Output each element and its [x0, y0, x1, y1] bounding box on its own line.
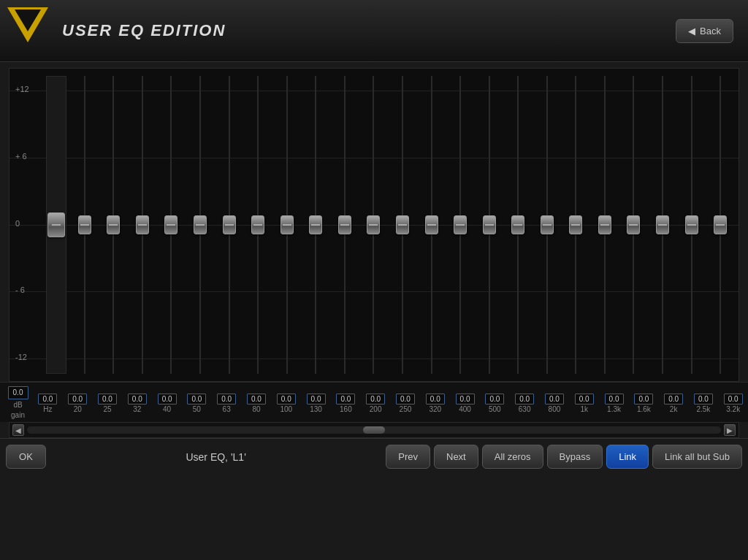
band-value-input[interactable]: 0.0	[98, 394, 117, 404]
band-slider-80hz[interactable]	[243, 69, 272, 381]
slider-thumb[interactable]	[569, 215, 582, 234]
band-value-input[interactable]: 0.0	[634, 394, 653, 404]
slider-thumb[interactable]	[396, 215, 409, 234]
band-value-input[interactable]: 0.0	[664, 394, 683, 404]
band-value-250: 0.0 250	[391, 394, 421, 413]
band-value-input[interactable]: 0.0	[277, 394, 296, 404]
logo	[7, 7, 44, 44]
gain-value[interactable]: 0.0	[8, 386, 28, 399]
prev-button[interactable]: Prev	[386, 445, 430, 469]
band-value-input[interactable]: 0.0	[366, 394, 385, 404]
band-slider-3p2k[interactable]	[706, 69, 735, 381]
slider-thumb[interactable]	[685, 215, 698, 234]
slider-thumb[interactable]	[309, 215, 322, 234]
band-slider-40hz[interactable]	[157, 69, 186, 381]
slider-thumb[interactable]	[338, 215, 351, 234]
band-value-input[interactable]: 0.0	[575, 394, 594, 404]
band-value-2k: 0.0 2k	[659, 394, 689, 413]
band-value-input[interactable]: 0.0	[515, 394, 534, 404]
band-slider-32hz[interactable]	[128, 69, 157, 381]
button-group: Prev Next All zeros Bypass Link Link all…	[386, 445, 742, 469]
band-value-500: 0.0 500	[480, 394, 510, 413]
band-slider-1k[interactable]	[562, 69, 591, 381]
band-value-40: 0.0 40	[152, 394, 182, 413]
slider-thumb[interactable]	[136, 215, 149, 234]
band-value-input[interactable]: 0.0	[307, 394, 326, 404]
slider-thumb[interactable]	[627, 215, 640, 234]
band-value-input[interactable]: 0.0	[724, 394, 743, 404]
band-value-32: 0.0 32	[122, 394, 152, 413]
band-slider-320hz[interactable]	[417, 69, 446, 381]
header: USER EQ EDITION ◀ Back	[0, 0, 748, 62]
slider-thumb[interactable]	[78, 215, 91, 234]
slider-thumb[interactable]	[194, 215, 207, 234]
band-slider-630hz[interactable]	[503, 69, 533, 381]
slider-thumb[interactable]	[425, 215, 438, 234]
eq-label-plus6: + 6	[15, 152, 27, 161]
band-value-input[interactable]: 0.0	[187, 394, 206, 404]
band-slider-2p5k[interactable]	[677, 69, 706, 381]
band-value-1k: 0.0 1k	[569, 394, 599, 413]
band-slider-1p6k[interactable]	[619, 69, 649, 381]
band-value-input[interactable]: 0.0	[396, 394, 415, 404]
band-value-input[interactable]: 0.0	[128, 394, 147, 404]
slider-thumb[interactable]	[367, 215, 380, 234]
eq-label-zero: 0	[15, 219, 20, 228]
band-slider-50hz[interactable]	[186, 69, 215, 381]
band-value-input[interactable]: 0.0	[68, 394, 87, 404]
next-button[interactable]: Next	[434, 445, 478, 469]
ok-button[interactable]: OK	[6, 445, 46, 469]
band-value-input[interactable]: 0.0	[485, 394, 504, 404]
slider-thumb[interactable]	[656, 215, 669, 234]
band-slider-200hz[interactable]	[359, 69, 389, 381]
slider-thumb[interactable]	[223, 215, 236, 234]
band-slider-63hz[interactable]	[215, 69, 244, 381]
bypass-button[interactable]: Bypass	[547, 445, 603, 469]
band-value-input[interactable]: 0.0	[217, 394, 236, 404]
band-slider-800hz[interactable]	[533, 69, 562, 381]
scroll-left-button[interactable]: ◀	[12, 424, 24, 436]
slider-thumb[interactable]	[483, 215, 496, 234]
all-zeros-button[interactable]: All zeros	[482, 445, 543, 469]
gain-slider-thumb[interactable]	[47, 212, 65, 237]
band-value-input[interactable]: 0.0	[38, 394, 57, 404]
band-slider-20hz[interactable]	[70, 69, 99, 381]
band-slider-25hz[interactable]	[99, 69, 129, 381]
scroll-track[interactable]	[27, 426, 721, 434]
band-value-input[interactable]: 0.0	[336, 394, 355, 404]
back-button[interactable]: ◀ Back	[676, 19, 733, 43]
gain-slider[interactable]	[42, 69, 70, 381]
scrollbar[interactable]: ◀ ▶	[9, 422, 739, 438]
band-value-63: 0.0 63	[212, 394, 242, 413]
slider-thumb[interactable]	[107, 215, 120, 234]
band-value-input[interactable]: 0.0	[158, 394, 177, 404]
link-button[interactable]: Link	[606, 445, 649, 469]
band-value-input[interactable]: 0.0	[247, 394, 266, 404]
band-slider-250hz[interactable]	[388, 69, 417, 381]
slider-thumb[interactable]	[541, 215, 554, 234]
slider-thumb[interactable]	[251, 215, 264, 234]
band-slider-400hz[interactable]	[446, 69, 475, 381]
band-slider-160hz[interactable]	[330, 69, 359, 381]
band-value-input[interactable]: 0.0	[426, 394, 445, 404]
slider-thumb[interactable]	[164, 215, 178, 234]
band-value-input[interactable]: 0.0	[545, 394, 564, 404]
scroll-thumb[interactable]	[363, 426, 385, 434]
band-slider-130hz[interactable]	[302, 69, 331, 381]
slider-thumb[interactable]	[454, 215, 467, 234]
slider-thumb[interactable]	[714, 215, 727, 234]
band-slider-2k[interactable]	[648, 69, 677, 381]
band-value-input[interactable]: 0.0	[456, 394, 475, 404]
band-slider-100hz[interactable]	[272, 69, 302, 381]
band-value-input[interactable]: 0.0	[605, 394, 624, 404]
band-slider-1p3k[interactable]	[590, 69, 619, 381]
slider-thumb[interactable]	[511, 215, 524, 234]
band-slider-500hz[interactable]	[475, 69, 504, 381]
band-value-20: 0.0 20	[63, 394, 93, 413]
scroll-right-button[interactable]: ▶	[724, 424, 736, 436]
slider-thumb[interactable]	[280, 215, 294, 234]
gain-unit-label: 0.0 dB gain	[0, 386, 33, 421]
link-all-but-sub-button[interactable]: Link all but Sub	[652, 445, 742, 469]
slider-thumb[interactable]	[598, 215, 611, 234]
band-value-input[interactable]: 0.0	[694, 394, 713, 404]
